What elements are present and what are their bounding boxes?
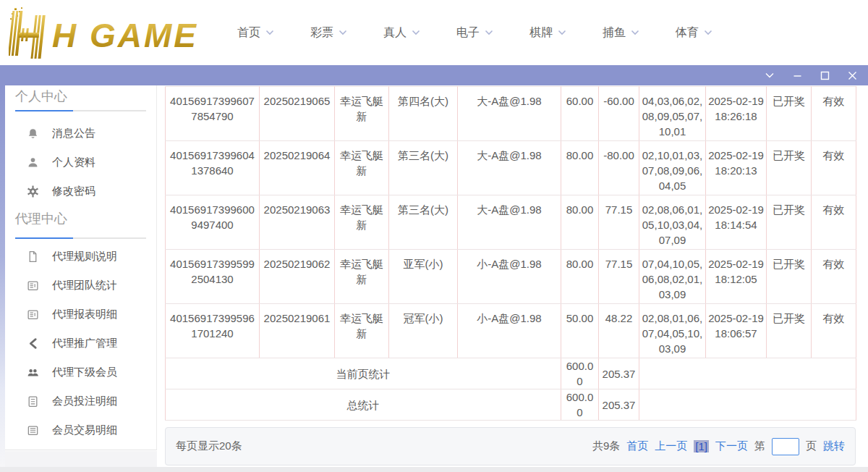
cell-valid: 有效 (812, 250, 856, 304)
sidebar-item-label: 会员投注明细 (52, 395, 117, 408)
cell-result: 02,08,01,06,07,04,05,10,03,09 (639, 304, 706, 358)
cell-status: 已开奖 (767, 250, 812, 304)
cell-time: 2025-02-19 18:20:13 (706, 141, 767, 195)
table-row: 401569173995992504130 20250219062 幸运飞艇新 … (166, 250, 856, 304)
file-icon (27, 250, 39, 263)
nav-item-live[interactable]: 真人 (382, 21, 422, 45)
sidebar-section-agent: 代理中心 (15, 211, 146, 227)
sidebar-item-member-bet-detail[interactable]: 会员投注明细 (5, 387, 156, 416)
page-size-text: 每页显示20条 (176, 439, 242, 453)
pagination-controls: 共9条 首页 上一页 [1] 下一页 第 页 跳转 (592, 438, 845, 455)
window-close-button[interactable] (843, 67, 861, 83)
cell-game: 幸运飞艇新 (335, 250, 389, 304)
window-collapse-button[interactable] (761, 67, 778, 83)
cell-result: 07,04,10,05,06,08,02,01,03,09 (639, 250, 706, 304)
chevron-down-icon (631, 30, 639, 35)
sidebar-item-label: 代理报表明细 (52, 308, 117, 321)
share-icon (27, 337, 39, 350)
logo-text: H GAME (52, 17, 198, 54)
sidebar-item-profile[interactable]: 个人资料 (5, 148, 156, 177)
jump-page-input[interactable] (772, 438, 799, 455)
window-minimize-button[interactable] (788, 67, 806, 83)
gear-icon (27, 185, 39, 198)
nav-item-fishing[interactable]: 捕鱼 (601, 21, 641, 45)
summary-label: 当前页统计 (166, 358, 561, 389)
sidebar-item-agent-team-stats[interactable]: 代理团队统计 (5, 271, 156, 300)
sidebar-item-label: 代理团队统计 (52, 279, 117, 292)
prev-page-link[interactable]: 上一页 (655, 439, 687, 453)
cell-order-id: 401569173996077854790 (166, 87, 260, 141)
summary-amount: 600.00 (561, 389, 599, 421)
cell-result: 02,10,01,03,07,08,09,06,04,05 (639, 141, 706, 195)
cell-play: 大-A盘@1.98 (458, 141, 561, 195)
table-row: 401569173996009497400 20250219063 幸运飞艇新 … (166, 195, 856, 250)
list-icon (27, 424, 39, 437)
sidebar-item-member-transaction-detail[interactable]: 会员交易明细 (5, 416, 156, 444)
sidebar: 个人中心 消息公告 个人资料 (5, 85, 157, 450)
cell-order-id: 401569173995992504130 (166, 250, 260, 304)
nav-label: 真人 (383, 25, 407, 41)
main-panel: 401569173996077854790 20250219065 幸运飞艇新 … (158, 85, 868, 467)
window-maximize-button[interactable] (816, 67, 833, 83)
nav-item-sports[interactable]: 体育 (674, 21, 714, 45)
jump-button[interactable]: 跳转 (823, 439, 845, 453)
newspaper-icon (27, 308, 39, 321)
nav-label: 首页 (237, 25, 260, 41)
sidebar-item-label: 消息公告 (52, 127, 95, 140)
sidebar-item-messages[interactable]: 消息公告 (5, 119, 156, 148)
cell-profit: 77.15 (599, 250, 639, 304)
cell-profit: 77.15 (599, 195, 639, 250)
cell-period: 20250219064 (260, 141, 335, 195)
nav-item-lottery[interactable]: 彩票 (309, 21, 349, 45)
nav-label: 棋牌 (529, 25, 553, 41)
minimize-icon (793, 71, 802, 80)
site-header: H GAME 首页 彩票 真人 电子 棋牌 (0, 0, 868, 65)
sidebar-item-change-password[interactable]: 修改密码 (5, 177, 156, 206)
nav-label: 彩票 (310, 25, 333, 41)
sidebar-item-label: 代理推广管理 (52, 337, 117, 350)
cell-status: 已开奖 (767, 195, 812, 250)
cell-bet-type: 第三名(大) (389, 195, 458, 250)
sidebar-item-agent-promotion[interactable]: 代理推广管理 (5, 329, 156, 358)
cell-status: 已开奖 (767, 304, 812, 358)
next-page-link[interactable]: 下一页 (715, 439, 748, 453)
cell-amount: 60.00 (561, 87, 599, 141)
sidebar-item-agent-report-detail[interactable]: 代理报表明细 (5, 300, 156, 329)
maximize-icon (820, 71, 830, 80)
cell-play: 大-A盘@1.98 (458, 195, 561, 250)
window-bottom-frame (0, 467, 868, 472)
sidebar-item-agent-rules[interactable]: 代理规则说明 (5, 242, 156, 271)
cell-profit: 48.22 (599, 304, 639, 358)
nav-item-cards[interactable]: 棋牌 (528, 21, 568, 45)
cell-period: 20250219063 (260, 195, 335, 250)
bet-records-table: 401569173996077854790 20250219065 幸运飞艇新 … (165, 86, 856, 421)
window-titlebar (0, 65, 868, 85)
user-icon (27, 156, 39, 169)
summary-profit: 205.37 (599, 389, 639, 421)
cell-valid: 有效 (812, 304, 856, 358)
cell-game: 幸运飞艇新 (335, 304, 389, 358)
sidebar-item-agent-sub-members[interactable]: 代理下级会员 (5, 358, 156, 387)
nav-item-home[interactable]: 首页 (236, 21, 276, 45)
first-page-link[interactable]: 首页 (626, 439, 648, 453)
page-summary-row: 当前页统计 600.00 205.37 (166, 358, 856, 389)
current-page-indicator: [1] (694, 440, 709, 452)
content-area: 个人中心 消息公告 个人资料 (0, 85, 868, 472)
jump-suffix-label: 页 (806, 439, 817, 453)
cell-bet-type: 第三名(大) (389, 141, 458, 195)
cell-game: 幸运飞艇新 (335, 195, 389, 250)
cell-result: 02,08,06,01,05,10,03,04,07,09 (639, 195, 706, 250)
cell-status: 已开奖 (767, 87, 812, 141)
sidebar-item-label: 代理规则说明 (52, 250, 117, 264)
total-summary-row: 总统计 600.00 205.37 (166, 389, 856, 421)
nav-label: 捕鱼 (603, 25, 626, 41)
close-icon (848, 71, 857, 80)
cell-bet-type: 亚军(小) (389, 250, 458, 304)
nav-item-slots[interactable]: 电子 (455, 21, 495, 45)
cell-time: 2025-02-19 18:12:05 (706, 250, 767, 304)
cell-amount: 80.00 (561, 250, 599, 304)
cell-order-id: 401569173996041378640 (166, 141, 260, 195)
nav-label: 体育 (676, 25, 699, 41)
section-divider (15, 237, 146, 239)
cell-time: 2025-02-19 18:14:54 (706, 195, 767, 250)
